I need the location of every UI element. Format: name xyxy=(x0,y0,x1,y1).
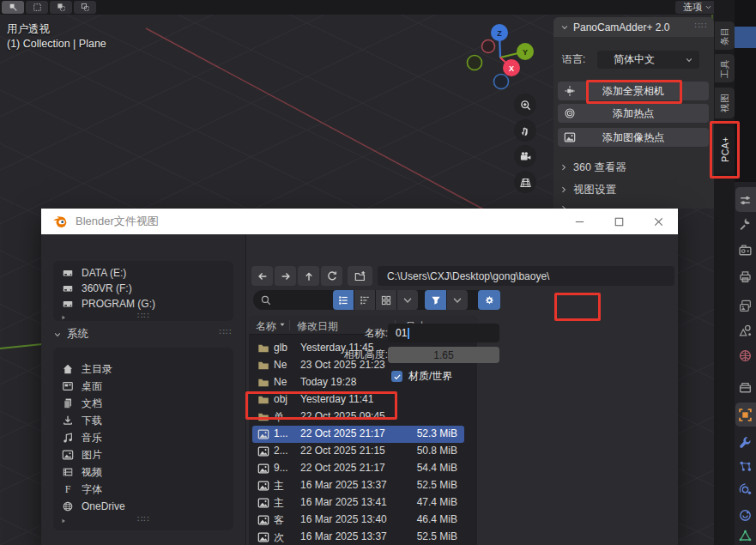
material-world-checkbox[interactable] xyxy=(391,371,402,382)
resize-grip[interactable]: ∷∷ xyxy=(53,311,233,320)
file-row[interactable]: 客16 Mar 2025 13:4046.4 MiB xyxy=(252,512,464,529)
file-row[interactable]: 主16 Mar 2025 13:3752.5 MiB xyxy=(252,477,464,494)
system-item-home[interactable]: 主目录 xyxy=(53,360,233,378)
pano-camera-icon xyxy=(564,85,576,97)
display-settings-dropdown[interactable] xyxy=(397,290,418,310)
refresh-button[interactable] xyxy=(321,266,342,286)
forward-button[interactable] xyxy=(275,266,296,286)
path-input[interactable]: C:\Users\CXJ\Desktop\gong\baoye\ xyxy=(378,266,674,286)
parent-directory-button[interactable] xyxy=(298,266,319,286)
system-item-desktop[interactable]: 桌面 xyxy=(53,378,233,395)
properties-tab-modifiers[interactable] xyxy=(738,436,753,451)
volumes-expander[interactable]: ∷∷ xyxy=(53,312,233,323)
language-select[interactable]: 简体中文 xyxy=(597,51,699,69)
np-section-header[interactable]: 视图设置 xyxy=(559,179,705,201)
properties-tab-world[interactable] xyxy=(738,348,753,363)
properties-tab-collection[interactable] xyxy=(738,380,753,395)
file-row[interactable]: 单22 Oct 2025 09:45 xyxy=(252,409,464,426)
file-row[interactable]: 9...22 Oct 2025 21:1754.4 MiB xyxy=(252,460,464,477)
properties-tab-particles[interactable] xyxy=(738,459,753,474)
mode-button-select-box-subtract[interactable] xyxy=(74,1,96,14)
mode-button-select-box-extend[interactable] xyxy=(50,1,72,14)
close-button[interactable] xyxy=(638,209,678,234)
properties-tab-view-layer[interactable] xyxy=(738,299,753,313)
system-section-header[interactable]: 系统 ∷∷ xyxy=(53,327,233,342)
file-row[interactable]: 次16 Mar 2025 13:3752.5 MiB xyxy=(252,529,464,545)
volume-item[interactable]: 360VR (F:) xyxy=(53,281,233,296)
language-value: 简体中文 xyxy=(614,52,655,67)
sidebar-tab-条目[interactable]: 条目 xyxy=(715,21,735,50)
properties-tab-constraints[interactable] xyxy=(738,508,753,523)
nav-tool-zoom[interactable] xyxy=(514,94,536,116)
system-item-font[interactable]: F字体 xyxy=(53,481,233,498)
file-row-selected[interactable]: 1...22 Oct 2025 21:1752.3 MiB xyxy=(252,426,464,443)
properties-tab-object[interactable] xyxy=(738,408,753,422)
viewport-navigation-gizmo[interactable]: Z Y X xyxy=(459,19,553,98)
properties-tab-object-data[interactable] xyxy=(738,529,753,543)
np-button-hotspot[interactable]: 添加热点 xyxy=(558,104,709,123)
mode-button-tweak-select[interactable] xyxy=(2,1,24,14)
back-button[interactable] xyxy=(251,266,273,286)
view-mode-thumbnails-button[interactable] xyxy=(376,290,396,310)
properties-tab-physics[interactable] xyxy=(738,482,753,497)
active-object-breadcrumb: (1) Collection | Plane xyxy=(7,38,106,50)
properties-tab-output[interactable] xyxy=(738,269,753,284)
view-perspective-label: 用户透视 xyxy=(7,22,50,37)
outliner-selected-row[interactable] xyxy=(735,27,756,48)
nav-tool-camera-view[interactable] xyxy=(514,145,536,167)
sidebar-tab-PCA+[interactable]: PCA+ xyxy=(715,126,735,173)
system-item-globe[interactable]: OneDrive xyxy=(53,498,233,515)
panel-grip[interactable]: ∷∷ xyxy=(694,21,707,30)
properties-tab-properties-editor[interactable] xyxy=(738,193,753,208)
mode-button-select-box-new[interactable] xyxy=(26,1,48,14)
np-button-pano-camera[interactable]: 添加全景相机 xyxy=(558,82,709,100)
system-item-music[interactable]: 音乐 xyxy=(53,429,233,446)
resize-grip[interactable]: ∷∷ xyxy=(219,327,232,336)
sidebar-tab-视图[interactable]: 视图 xyxy=(715,88,735,118)
column-name[interactable]: 名称 xyxy=(256,319,276,334)
maximize-button[interactable] xyxy=(599,209,638,234)
nav-tool-toggle-grid[interactable] xyxy=(514,171,536,193)
properties-tab-tool[interactable] xyxy=(738,217,753,232)
file-row[interactable]: 2...22 Oct 2025 21:1550.8 MiB xyxy=(252,443,464,460)
file-size: 50.8 MiB xyxy=(417,445,457,457)
sidebar-tab-工具[interactable]: 工具 xyxy=(715,54,735,82)
system-item-video[interactable]: 视频 xyxy=(53,463,233,481)
gizmo-neg-z-ball[interactable] xyxy=(494,75,509,89)
system-item-label: 字体 xyxy=(82,482,102,497)
system-item-download[interactable]: 下载 xyxy=(53,412,233,429)
system-item-image[interactable]: 图片 xyxy=(53,446,233,463)
nav-tool-pan-hand[interactable] xyxy=(514,119,536,142)
file-row[interactable]: 主16 Mar 2025 13:4147.4 MiB xyxy=(252,494,464,512)
panel-section-clipped[interactable] xyxy=(559,203,705,209)
options-gear-button[interactable] xyxy=(478,290,500,310)
view-mode-vertical-list-button[interactable] xyxy=(333,290,354,310)
view-mode-horizontal-list-button[interactable] xyxy=(354,290,375,310)
volume-item[interactable]: PROGRAM (G:) xyxy=(53,296,233,312)
minimize-button[interactable] xyxy=(559,209,599,234)
system-item-documents[interactable]: 文档 xyxy=(53,395,233,412)
vertical-list-icon xyxy=(337,294,349,306)
chevron-down-icon xyxy=(685,56,693,64)
camera-height-input[interactable]: 1.65 xyxy=(388,347,499,363)
camera-name-input[interactable]: 01 xyxy=(388,324,499,342)
new-folder-button[interactable] xyxy=(348,266,372,286)
gizmo-neg-y-ball[interactable] xyxy=(468,56,482,70)
volume-item[interactable]: DATA (E:) xyxy=(53,265,233,281)
panel-header[interactable]: PanoCamAdder+ 2.0 xyxy=(553,17,714,37)
file-row[interactable]: objYesterday 11:41 xyxy=(252,391,464,409)
properties-tab-scene[interactable] xyxy=(738,324,753,338)
np-section-label: 360 查看器 xyxy=(573,160,626,175)
object-data-icon xyxy=(738,529,753,543)
gizmo-neg-x-ball[interactable] xyxy=(482,40,495,53)
camera-name-value: 01 xyxy=(396,327,407,339)
resize-grip[interactable]: ∷∷ xyxy=(53,514,233,524)
filter-settings-dropdown[interactable] xyxy=(447,290,468,310)
dialog-titlebar[interactable]: Blender文件视图 xyxy=(41,209,678,234)
filter-toggle-button[interactable] xyxy=(425,290,446,310)
properties-tab-render[interactable] xyxy=(738,243,753,257)
np-button-image-hotspot[interactable]: 添加图像热点 xyxy=(558,128,709,147)
system-expander[interactable]: ∷∷ xyxy=(53,515,233,526)
np-section-header[interactable]: 360 查看器 xyxy=(559,156,705,179)
system-header-label: 系统 xyxy=(67,327,88,342)
